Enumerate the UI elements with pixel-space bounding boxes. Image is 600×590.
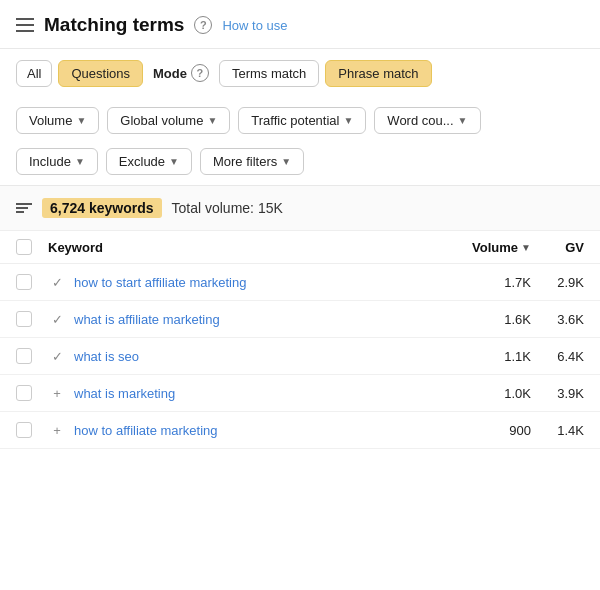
total-volume-label: Total volume: 15K: [172, 200, 283, 216]
filter-bar-2: Volume ▼ Global volume ▼ Traffic potenti…: [0, 97, 600, 144]
all-button[interactable]: All: [16, 60, 52, 87]
row-status-icon-0: ✓: [48, 275, 66, 290]
more-filters-button[interactable]: More filters ▼: [200, 148, 304, 175]
row-checkbox-1[interactable]: [16, 311, 32, 327]
row-volume-3: 1.0K: [461, 386, 531, 401]
row-keyword-link-3[interactable]: what is marketing: [74, 386, 453, 401]
mode-label: Mode ?: [149, 59, 213, 87]
row-gv-4: 1.4K: [539, 423, 584, 438]
exclude-chevron-icon: ▼: [169, 156, 179, 167]
row-keyword-link-1[interactable]: what is affiliate marketing: [74, 312, 453, 327]
how-to-use-link[interactable]: How to use: [222, 18, 287, 33]
col-header-volume[interactable]: Volume ▼: [461, 240, 531, 255]
help-icon[interactable]: ?: [194, 16, 212, 34]
questions-button[interactable]: Questions: [58, 60, 143, 87]
row-volume-2: 1.1K: [461, 349, 531, 364]
row-gv-0: 2.9K: [539, 275, 584, 290]
table-row: + how to affiliate marketing 900 1.4K: [0, 412, 600, 449]
traffic-potential-chevron-icon: ▼: [343, 115, 353, 126]
row-checkbox-2[interactable]: [16, 348, 32, 364]
row-status-icon-4: +: [48, 423, 66, 438]
row-gv-1: 3.6K: [539, 312, 584, 327]
table-row: + what is marketing 1.0K 3.9K: [0, 375, 600, 412]
table-row: ✓ what is affiliate marketing 1.6K 3.6K: [0, 301, 600, 338]
row-status-icon-3: +: [48, 386, 66, 401]
row-checkbox-3[interactable]: [16, 385, 32, 401]
hamburger-menu-icon[interactable]: [16, 18, 34, 32]
row-gv-3: 3.9K: [539, 386, 584, 401]
filter-bar-1: All Questions Mode ? Terms match Phrase …: [0, 49, 600, 97]
row-keyword-link-0[interactable]: how to start affiliate marketing: [74, 275, 453, 290]
row-volume-1: 1.6K: [461, 312, 531, 327]
global-volume-filter-button[interactable]: Global volume ▼: [107, 107, 230, 134]
terms-match-button[interactable]: Terms match: [219, 60, 319, 87]
select-all-checkbox[interactable]: [16, 239, 32, 255]
row-keyword-link-4[interactable]: how to affiliate marketing: [74, 423, 453, 438]
page-header: Matching terms ? How to use: [0, 0, 600, 49]
volume-sort-arrow-icon: ▼: [521, 242, 531, 253]
row-checkbox-0[interactable]: [16, 274, 32, 290]
word-count-chevron-icon: ▼: [458, 115, 468, 126]
global-volume-chevron-icon: ▼: [207, 115, 217, 126]
col-header-keyword: Keyword: [48, 240, 453, 255]
exclude-filter-button[interactable]: Exclude ▼: [106, 148, 192, 175]
filter-bar-3: Include ▼ Exclude ▼ More filters ▼: [0, 144, 600, 186]
table-header: Keyword Volume ▼ GV: [0, 231, 600, 264]
page-title: Matching terms: [44, 14, 184, 36]
traffic-potential-filter-button[interactable]: Traffic potential ▼: [238, 107, 366, 134]
table-row: ✓ what is seo 1.1K 6.4K: [0, 338, 600, 375]
table-row: ✓ how to start affiliate marketing 1.7K …: [0, 264, 600, 301]
row-status-icon-1: ✓: [48, 312, 66, 327]
keywords-count-badge: 6,724 keywords: [42, 198, 162, 218]
more-filters-chevron-icon: ▼: [281, 156, 291, 167]
volume-chevron-icon: ▼: [76, 115, 86, 126]
row-gv-2: 6.4K: [539, 349, 584, 364]
col-header-gv: GV: [539, 240, 584, 255]
row-volume-4: 900: [461, 423, 531, 438]
mode-help-icon[interactable]: ?: [191, 64, 209, 82]
table-body: ✓ how to start affiliate marketing 1.7K …: [0, 264, 600, 449]
row-checkbox-4[interactable]: [16, 422, 32, 438]
word-count-filter-button[interactable]: Word cou... ▼: [374, 107, 480, 134]
include-filter-button[interactable]: Include ▼: [16, 148, 98, 175]
row-status-icon-2: ✓: [48, 349, 66, 364]
phrase-match-button[interactable]: Phrase match: [325, 60, 431, 87]
row-volume-0: 1.7K: [461, 275, 531, 290]
volume-filter-button[interactable]: Volume ▼: [16, 107, 99, 134]
include-chevron-icon: ▼: [75, 156, 85, 167]
summary-row: 6,724 keywords Total volume: 15K: [0, 186, 600, 231]
sort-icon[interactable]: [16, 203, 32, 213]
row-keyword-link-2[interactable]: what is seo: [74, 349, 453, 364]
